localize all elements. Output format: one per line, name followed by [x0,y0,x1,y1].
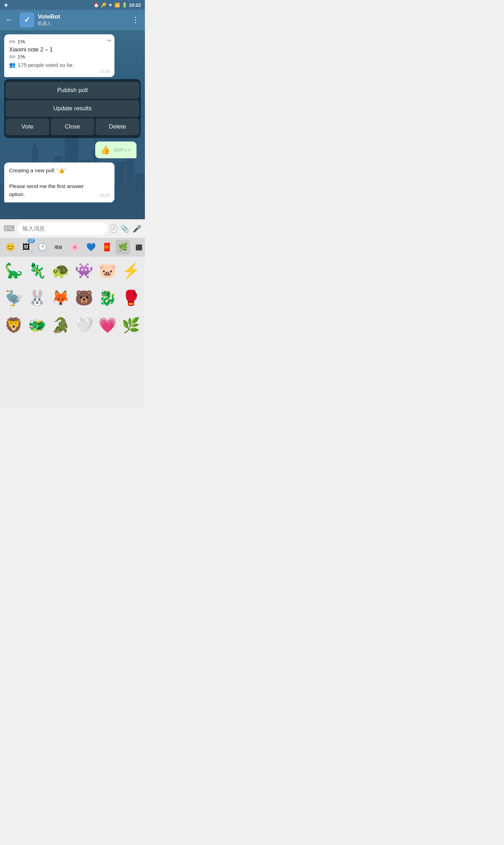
forward-button[interactable]: ↪ [106,37,111,44]
custom6-tab[interactable]: ⬛ [132,240,145,255]
svg-rect-14 [126,153,134,219]
publish-poll-button[interactable]: Publish poll [6,82,139,99]
custom2-tab[interactable]: 🌸 [67,240,82,255]
wifi-icon: ▼ [108,2,113,8]
poll-option-1: 1% [9,39,110,44]
thumbs-emoji: 👍 [100,145,111,155]
poll-pct-1: 1% [18,39,25,44]
double-tick-icon: ✓✓ [124,147,132,153]
signal-icon: 📶 [114,2,120,8]
poll-message-time: 21:26 [9,69,110,74]
back-button[interactable]: ← [3,13,16,27]
sticker-snorlax[interactable]: 🐻 [73,287,95,309]
poll-option2-label: Xiaomi note 2 – 1 [9,47,110,53]
status-right: ⏰ 🔑 ▼ 📶 🔋 10:22 [93,2,141,8]
microphone-icon[interactable]: 🎤 [133,224,141,233]
sticker-bulbasaur[interactable]: 🦕 [3,259,24,281]
location-icon: ◉ [4,2,8,7]
sticker-tabs: 😊 🖼 17 + 🕐 哦翁 🌸 💙 🧧 🌿 ⬛ [0,238,145,257]
sticker-grid-row3: 🦁 🐲 🐊 🤍 💗 🌿 [0,311,145,339]
sticker-charizard[interactable]: 🐲 [26,314,48,336]
key-icon: 🔑 [101,2,106,8]
close-button[interactable]: Close [51,118,94,135]
sticker-mewtwo[interactable]: 🤍 [73,314,95,336]
poll-message-bubble: ↪ 1% Xiaomi note 2 – 1 1% 👥 175 people v… [4,34,114,77]
sticker-grid-row2: 🦤 🐰 🦊 🐻 🐉 🥊 [0,284,145,311]
status-left: ◉ [4,2,8,7]
message-input[interactable] [18,222,108,235]
update-results-button[interactable]: Update results [6,100,139,117]
sticker-squirtle[interactable]: 🐢 [50,259,71,281]
svg-rect-15 [135,174,145,219]
alarm-icon: ⏰ [93,2,99,8]
sticker-grid-row1: 🦕 🦎 🐢 👾 🐷 ⚡ [0,257,145,284]
sticker-dragonite[interactable]: 🐉 [97,287,118,309]
stickers-tab[interactable]: 🖼 17 + [19,240,34,255]
sticker-panel-footer [0,339,145,409]
people-icon: 👥 [9,62,16,68]
input-actions: / 📎 🎤 [111,224,141,233]
sticker-scyther[interactable]: 🌿 [120,314,142,336]
attachment-icon[interactable]: 📎 [120,224,129,233]
custom1-tab[interactable]: 哦翁 [51,240,66,255]
creating-line2: Please send me the first answer option. [9,182,97,198]
action-btn-row: Vote Close Delete [6,118,139,135]
custom3-tab[interactable]: 💙 [83,240,98,255]
sticker-blastoise[interactable]: 🐊 [50,314,71,336]
pokemon-tab-icon: 🌿 [118,243,128,252]
creating-line1: Creating a new poll: '👍' [9,167,110,175]
sticker-charmander[interactable]: 🦎 [26,259,48,281]
sticker-mew[interactable]: 💗 [97,314,118,336]
poll-option-2: Xiaomi note 2 – 1 1% [9,47,110,60]
plus-icon: + [31,250,33,254]
input-bar: ⌨ / 📎 🎤 [0,219,145,238]
header-info: VoteBot 机器人 [38,13,129,27]
action-buttons-panel: Publish poll Update results Vote Close D… [4,79,141,138]
custom4-icon: 🧧 [102,243,112,252]
clock-tab-icon: 🕐 [38,243,47,252]
sticker-eevee[interactable]: 🦊 [50,287,71,309]
vote-count: 👥 175 people voted so far. [9,62,110,68]
status-bar: ◉ ⏰ 🔑 ▼ 📶 🔋 10:22 [0,0,145,10]
chat-area: ↪ 1% Xiaomi note 2 – 1 1% 👥 175 people v… [0,30,145,219]
sticker-pikachu[interactable]: ⚡ [120,259,142,281]
stickers-tab-icon: 🖼 [22,243,30,252]
bot-name: VoteBot [38,13,129,20]
sticker-badge: 17 [28,238,35,243]
clock: 10:22 [129,2,141,8]
recent-tab[interactable]: 🕐 [35,240,50,255]
creating-poll-message: Creating a new poll: '👍' Please send me … [4,162,114,202]
poll-bar-1 [9,40,15,43]
sticker-slowpoke[interactable]: 🐷 [97,259,118,281]
sticker-jigglypuff[interactable]: 🐰 [26,287,48,309]
custom4-tab[interactable]: 🧧 [99,240,114,255]
bot-avatar: ✓ [20,13,34,27]
sticker-gengar[interactable]: 👾 [73,259,95,281]
battery-icon: 🔋 [122,2,127,8]
chat-header: ← ✓ VoteBot 机器人 ⋮ [0,10,145,30]
creating-msg-time: 22:07 [100,193,110,199]
delete-button[interactable]: Delete [96,118,139,135]
emoji-tab[interactable]: 😊 [3,240,18,255]
sticker-panel: 😊 🖼 17 + 🕐 哦翁 🌸 💙 🧧 🌿 ⬛ [0,238,145,409]
custom6-icon: ⬛ [135,244,142,251]
poll-pct-2: 1% [18,54,25,60]
sticker-machamp[interactable]: 🥊 [120,287,142,309]
custom3-icon: 💙 [86,243,96,252]
slash-command-icon[interactable]: / [111,224,117,233]
custom2-icon: 🌸 [70,243,79,252]
sticker-arcanine[interactable]: 🦁 [3,314,24,336]
poll-bar-2 [9,55,15,58]
thumbs-msg-time: 22:07 ✓✓ [113,147,132,153]
more-options-button[interactable]: ⋮ [129,13,142,27]
sticker-doduo[interactable]: 🦤 [3,287,24,309]
keyboard-icon[interactable]: ⌨ [4,224,15,233]
bot-subtitle: 机器人 [38,20,129,27]
custom1-icon: 哦翁 [55,245,62,250]
emoji-tab-icon: 😊 [6,243,15,252]
svg-rect-13 [115,161,125,219]
thumbs-up-message: 👍 22:07 ✓✓ [95,141,136,158]
pokemon-tab[interactable]: 🌿 [115,240,130,255]
vote-button[interactable]: Vote [6,118,49,135]
